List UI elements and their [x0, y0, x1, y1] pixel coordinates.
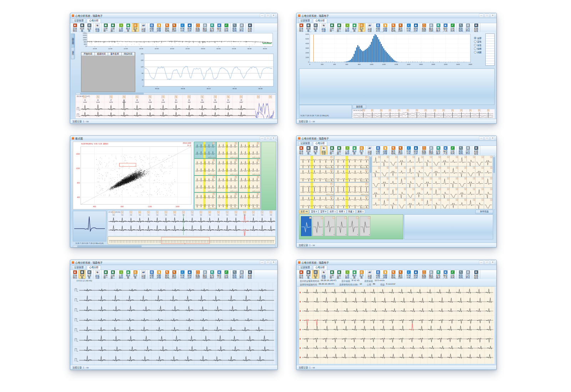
scatter-plot-button[interactable]: ◆散点 图 — [351, 146, 358, 154]
template-analysis-button[interactable]: N模板 分析 — [320, 23, 327, 32]
window-close-button[interactable]: ✕ — [271, 136, 276, 140]
hr-trend-button[interactable]: ◑心率 趋势 — [344, 270, 351, 279]
menu-tab-records[interactable]: 记录管理 — [298, 19, 312, 23]
ecg-strip[interactable] — [353, 109, 495, 118]
pacer-review-button[interactable]: ▢模板 回顾 — [194, 270, 201, 279]
print-preview-button[interactable]: ▤打印 预览 — [238, 270, 245, 279]
hr-trend-button[interactable]: ◑心率 趋势 — [344, 23, 351, 32]
report-edit-button[interactable]: ✎报告 编辑 — [457, 23, 464, 32]
settings-button[interactable]: ⊕系统 设置 — [473, 146, 480, 154]
event-review-button[interactable]: ↯事件 回顾 — [397, 270, 404, 279]
histogram-button[interactable]: ▥直方 图 — [132, 270, 139, 279]
window-minimize-button[interactable]: — — [260, 136, 264, 140]
pacer-color-button[interactable]: ✖彩色 散点 — [208, 270, 216, 279]
scatter-plot-button[interactable]: ◆散点 图 — [125, 23, 132, 32]
template-tab-5[interactable]: 伪差 1 — [347, 210, 356, 214]
event-table-header-cell[interactable]: 事件名称 — [108, 52, 122, 56]
time-domain-button[interactable]: ◐时域 分析 — [179, 23, 186, 32]
pacer-color-button[interactable]: ✖彩色 散点 — [208, 23, 216, 32]
event-edit-button[interactable]: ↯事件 编辑 — [390, 146, 397, 154]
full-view-button[interactable]: ▤全览 图 — [86, 270, 93, 279]
radio-circle[interactable] — [474, 47, 476, 50]
time-view-button[interactable]: ▦时间 图 — [305, 146, 312, 154]
interval-overview-button[interactable]: ▧间期 总览 — [374, 23, 381, 32]
full-view-button[interactable]: ▤全览 图 — [312, 146, 319, 154]
report-edit-button[interactable]: ✎报告 编辑 — [231, 270, 238, 279]
time-domain-button[interactable]: ◐时域 分析 — [405, 23, 412, 32]
af-analysis-button[interactable]: Af房颤 分析 — [140, 270, 147, 279]
radio-circle[interactable] — [474, 40, 476, 43]
ecg-page[interactable] — [73, 282, 276, 365]
operator-button[interactable]: ☻操作 人员 — [216, 23, 223, 32]
window-maximize-button[interactable]: □ — [485, 260, 489, 264]
scatter-plot-button[interactable]: ◆散点 图 — [351, 23, 358, 32]
radio-circle[interactable] — [474, 44, 476, 46]
average-beat-panel[interactable] — [73, 211, 106, 241]
pacer-scatter-button[interactable]: ▨散点 回顾 — [201, 23, 208, 32]
analysis-view-1-button[interactable]: ▣分析 图一 — [102, 23, 109, 32]
pacer-color-button[interactable]: ✖彩色 散点 — [435, 146, 442, 154]
analysis-view-2-button[interactable]: ▣分析 图二 — [335, 146, 343, 154]
freq-domain-button[interactable]: ◉频域 分析 — [412, 146, 419, 154]
template-grid[interactable] — [194, 142, 261, 209]
analysis-done-button[interactable]: ✔分析 完成 — [223, 270, 230, 279]
pacer-review-button[interactable]: ▢模板 回顾 — [194, 23, 201, 32]
full-view-button[interactable]: ▤全览 图 — [86, 23, 93, 32]
template-scrollbar[interactable] — [369, 156, 372, 210]
menu-tab-analysis[interactable]: 心电分析 — [87, 19, 101, 23]
pacer-scatter-button[interactable]: ▨散点 回顾 — [428, 146, 435, 154]
pacer-color-button[interactable]: ✖彩色 散点 — [435, 23, 442, 32]
event-table[interactable]: 开始时间结束时间事件名称持续时间 — [81, 52, 135, 92]
event-edit-button[interactable]: ↯事件 编辑 — [163, 270, 171, 279]
window-close-button[interactable]: ✕ — [271, 260, 276, 264]
template-analysis-button[interactable]: N模板 分析 — [94, 23, 101, 32]
analysis-view-1-button[interactable]: ▣分析 图一 — [328, 23, 335, 32]
menu-tab-records[interactable]: 记录管理 — [72, 19, 86, 23]
patient-info-button[interactable]: ☻基本 信息 — [71, 270, 79, 279]
pacer-review-button[interactable]: ▢模板 回顾 — [420, 146, 428, 154]
menu-tab-analysis[interactable]: 心电分析 — [87, 265, 101, 270]
interval-measure-button[interactable]: ◨间期 测量 — [155, 23, 162, 32]
pacer-scatter-button[interactable]: ▨散点 回顾 — [201, 270, 208, 279]
settings-button[interactable]: ⊕系统 设置 — [246, 270, 253, 279]
rr-histogram-chart[interactable] — [300, 33, 473, 67]
freq-domain-button[interactable]: ◉频域 分析 — [186, 270, 193, 279]
ecg-strip[interactable] — [108, 211, 276, 236]
template-tab-4[interactable]: 停搏 1 — [337, 210, 346, 214]
window-maximize-button[interactable]: □ — [266, 14, 270, 17]
radio-option[interactable]: 房性 — [474, 44, 485, 46]
menu-tab-records[interactable]: 记录管理 — [72, 265, 86, 270]
template-tab-3[interactable]: 房早 1 — [328, 210, 337, 214]
report-edit-button[interactable]: ✎报告 编辑 — [231, 23, 238, 32]
template-analysis-button[interactable]: N模板 分析 — [94, 270, 101, 279]
time-domain-button[interactable]: ◐时域 分析 — [405, 270, 412, 279]
window-close-button[interactable]: ✕ — [490, 260, 495, 264]
window-maximize-button[interactable]: □ — [485, 14, 489, 17]
pacer-scatter-button[interactable]: ▨散点 回顾 — [428, 270, 435, 279]
event-review-button[interactable]: ↯事件 回顾 — [397, 146, 404, 154]
print-preview-button[interactable]: ▤打印 预览 — [238, 23, 245, 32]
menu-tab-records[interactable]: 记录管理 — [298, 141, 312, 146]
radio-circle[interactable] — [474, 37, 476, 39]
interval-overview-button[interactable]: ▧间期 总览 — [148, 270, 155, 279]
beat-grid-scrollbar[interactable] — [493, 156, 495, 210]
time-view-button[interactable]: ▦时间 图 — [79, 270, 86, 279]
freq-domain-button[interactable]: ◉频域 分析 — [186, 23, 193, 32]
hr-line-chart[interactable] — [136, 52, 276, 91]
af-analysis-button[interactable]: Af房颤 分析 — [366, 270, 373, 279]
menu-tab-analysis[interactable]: 心电分析 — [313, 19, 327, 23]
operator-button[interactable]: ☻操作 人员 — [442, 146, 449, 154]
template-thumbs[interactable] — [299, 215, 403, 239]
analysis-done-button[interactable]: ✔分析 完成 — [449, 270, 456, 279]
time-view-button[interactable]: ▦时间 图 — [305, 23, 312, 32]
hr-trend-button[interactable]: ◑心率 趋势 — [344, 146, 351, 154]
operator-button[interactable]: ☻操作 人员 — [442, 270, 449, 279]
interval-list[interactable] — [485, 34, 495, 66]
analysis-view-2-button[interactable]: ▣分析 图二 — [109, 23, 116, 32]
patient-info-button[interactable]: ☻基本 信息 — [298, 270, 305, 279]
window-close-button[interactable]: ✕ — [271, 14, 276, 17]
operator-button[interactable]: ☻操作 人员 — [442, 23, 449, 32]
compressed-strip[interactable] — [108, 236, 276, 244]
pacer-color-button[interactable]: ✖彩色 散点 — [435, 270, 442, 279]
event-edit-button[interactable]: ↯事件 编辑 — [163, 23, 171, 32]
